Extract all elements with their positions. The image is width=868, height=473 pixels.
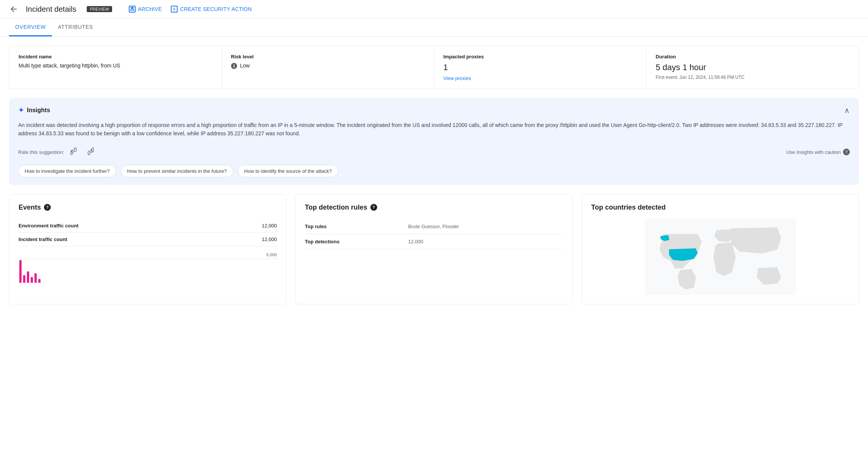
create-security-action-button[interactable]: CREATE SECURITY ACTION bbox=[171, 6, 251, 13]
create-security-action-label: CREATE SECURITY ACTION bbox=[180, 6, 251, 12]
duration-cell: Duration 5 days 1 hour First event: Jun … bbox=[646, 46, 859, 89]
top-detections-label: Top detections bbox=[305, 234, 408, 249]
impacted-proxies-value: 1 bbox=[443, 63, 637, 72]
rate-section: Rate this suggestion: bbox=[18, 146, 96, 159]
events-chart-label: 6,000 bbox=[266, 252, 277, 257]
events-incident-value: 12,000 bbox=[225, 232, 277, 246]
incident-info-card: Incident name Multi type attack, targeti… bbox=[9, 46, 859, 89]
insights-title-text: Insights bbox=[27, 107, 50, 114]
risk-text: Low bbox=[240, 63, 250, 69]
bottom-row: Events ? Environment traffic count 12,00… bbox=[9, 194, 859, 304]
top-rules-value: Brute Guessor, Flooder bbox=[408, 219, 563, 234]
detection-row-detections: Top detections 12,000 bbox=[305, 234, 563, 249]
impacted-proxies-cell: Impacted proxies 1 View proxies bbox=[434, 46, 647, 89]
page-title: Incident details bbox=[26, 5, 76, 14]
sparkle-icon: ✦ bbox=[18, 106, 24, 114]
insights-panel: ✦ Insights ∧ An incident was detected in… bbox=[9, 98, 859, 185]
detection-rules-help-icon[interactable]: ? bbox=[370, 204, 377, 211]
chip-identify-source[interactable]: How to identify the source of the attack… bbox=[238, 165, 338, 177]
back-button[interactable] bbox=[9, 5, 18, 14]
incident-name-value: Multi type attack, targeting httpbin, fr… bbox=[19, 63, 212, 69]
detection-rules-title: Top detection rules ? bbox=[305, 204, 563, 211]
top-rules-label: Top rules bbox=[305, 219, 408, 234]
chip-investigate[interactable]: How to investigate the incident further? bbox=[18, 165, 116, 177]
detection-row-rules: Top rules Brute Guessor, Flooder bbox=[305, 219, 563, 234]
risk-level-label: Risk level bbox=[231, 54, 425, 60]
duration-value: 5 days 1 hour bbox=[656, 63, 849, 72]
events-card: Events ? Environment traffic count 12,00… bbox=[9, 194, 286, 304]
events-chart: 6,000 bbox=[19, 252, 277, 283]
insights-header: ✦ Insights ∧ bbox=[18, 106, 850, 115]
incident-name-label: Incident name bbox=[19, 54, 212, 60]
events-incident-label: Incident traffic count bbox=[19, 232, 225, 246]
archive-button[interactable]: ARCHIVE bbox=[129, 6, 162, 13]
caution-text: Use Insights with caution bbox=[786, 149, 841, 155]
tab-overview[interactable]: OVERVIEW bbox=[9, 19, 52, 36]
incident-name-cell: Incident name Multi type attack, targeti… bbox=[9, 46, 222, 89]
tab-attributes[interactable]: ATTRIBUTES bbox=[52, 19, 99, 36]
countries-card: Top countries detected bbox=[582, 194, 859, 304]
page-header: Incident details PREVIEW ARCHIVE CREATE … bbox=[0, 0, 868, 19]
caution-section: Use Insights with caution ? bbox=[786, 149, 850, 155]
insights-body-text: An incident was detected involving a hig… bbox=[18, 121, 850, 138]
thumbs-up-button[interactable] bbox=[69, 146, 80, 159]
detection-rules-title-text: Top detection rules bbox=[305, 204, 367, 211]
collapse-insights-button[interactable]: ∧ bbox=[844, 106, 850, 115]
world-map bbox=[591, 219, 849, 295]
first-event-text: First event: Jun 12, 2024, 11:59:46 PM U… bbox=[656, 75, 849, 80]
archive-icon bbox=[129, 6, 136, 13]
thumbs-down-button[interactable] bbox=[84, 146, 96, 159]
detection-rules-card: Top detection rules ? Top rules Brute Gu… bbox=[295, 194, 573, 304]
events-row-env: Environment traffic count 12,000 bbox=[19, 219, 277, 233]
tabs-container: OVERVIEW ATTRIBUTES bbox=[0, 19, 868, 37]
suggestion-chips: How to investigate the incident further?… bbox=[18, 165, 850, 177]
archive-label: ARCHIVE bbox=[138, 6, 162, 12]
view-proxies-link[interactable]: View proxies bbox=[443, 75, 637, 81]
risk-level-cell: Risk level ℹ Low bbox=[222, 46, 434, 89]
header-actions: ARCHIVE CREATE SECURITY ACTION bbox=[129, 6, 251, 13]
top-detections-value: 12,000 bbox=[408, 234, 563, 249]
events-table: Environment traffic count 12,000 Inciden… bbox=[19, 219, 277, 246]
events-card-title: Events ? bbox=[19, 204, 277, 211]
create-security-action-icon bbox=[171, 6, 178, 13]
chip-prevent[interactable]: How to prevent similar incidents in the … bbox=[121, 165, 233, 177]
impacted-proxies-label: Impacted proxies bbox=[443, 54, 637, 60]
rate-label: Rate this suggestion: bbox=[18, 149, 64, 155]
insights-title: ✦ Insights bbox=[18, 106, 50, 114]
caution-help-icon[interactable]: ? bbox=[843, 149, 850, 155]
risk-level-value: ℹ Low bbox=[231, 63, 425, 69]
map-svg bbox=[591, 219, 849, 295]
events-row-incident: Incident traffic count 12,000 bbox=[19, 232, 277, 246]
detection-table: Top rules Brute Guessor, Flooder Top det… bbox=[305, 219, 563, 249]
duration-label: Duration bbox=[656, 54, 849, 60]
countries-title-text: Top countries detected bbox=[591, 204, 666, 211]
risk-info-icon: ℹ bbox=[231, 63, 237, 69]
insights-footer: Rate this suggestion: Use Insights with … bbox=[18, 146, 850, 159]
preview-badge: PREVIEW bbox=[87, 6, 112, 12]
events-env-value: 12,000 bbox=[225, 219, 277, 233]
countries-title: Top countries detected bbox=[591, 204, 849, 211]
main-content: Incident name Multi type attack, targeti… bbox=[0, 37, 868, 313]
events-help-icon[interactable]: ? bbox=[44, 204, 51, 211]
events-env-label: Environment traffic count bbox=[19, 219, 225, 233]
events-title-text: Events bbox=[19, 204, 41, 211]
